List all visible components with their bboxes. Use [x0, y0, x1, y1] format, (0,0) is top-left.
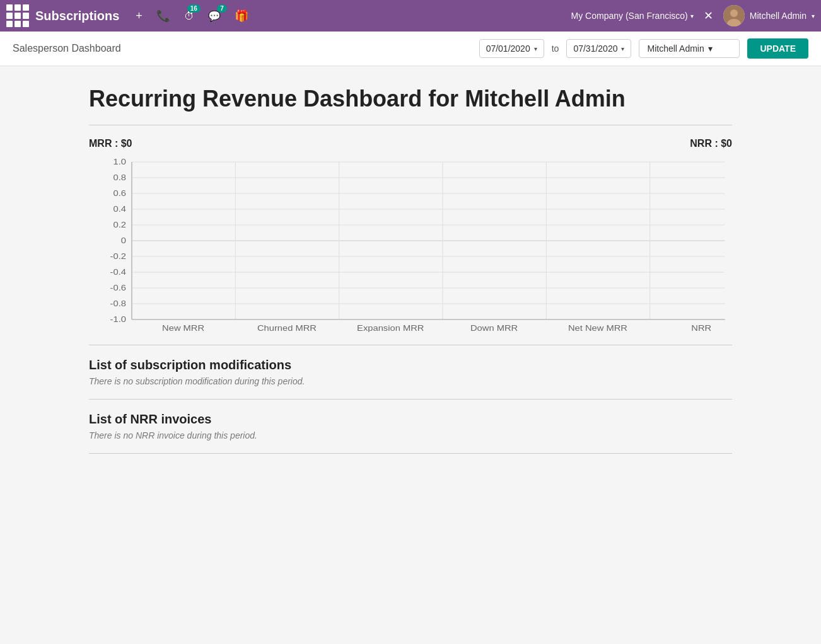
top-navigation: Subscriptions + 📞 ⏱ 16 💬 7 🎁 My Company …: [0, 0, 821, 32]
svg-text:1.0: 1.0: [113, 157, 126, 166]
add-button[interactable]: +: [132, 7, 146, 25]
date-from-picker[interactable]: 07/01/2020 ▾: [479, 39, 544, 58]
activity-icon[interactable]: ⏱ 16: [180, 7, 198, 25]
svg-text:Churned MRR: Churned MRR: [257, 323, 317, 332]
company-name: My Company (San Francisco): [571, 11, 688, 21]
main-content: Recurring Revenue Dashboard for Mitchell…: [64, 66, 757, 485]
date-separator: to: [552, 43, 559, 54]
date-from-arrow: ▾: [534, 45, 537, 52]
subscription-modifications-title: List of subscription modifications: [89, 358, 732, 372]
phone-symbol: 📞: [156, 9, 170, 22]
svg-text:New MRR: New MRR: [162, 323, 204, 332]
chart-svg: 1.0 0.8 0.6 0.4 0.2 0 -0.2 -0.4 -0.6 -0.…: [89, 156, 732, 332]
phone-icon[interactable]: 📞: [153, 6, 174, 25]
company-selector[interactable]: My Company (San Francisco) ▾: [571, 11, 694, 21]
user-name: Mitchell Admin: [750, 11, 806, 21]
date-to-value: 07/31/2020: [573, 43, 617, 54]
user-menu[interactable]: Mitchell Admin ▾: [723, 5, 815, 26]
divider-1: [89, 125, 732, 125]
svg-text:-0.8: -0.8: [110, 299, 127, 308]
nrr-invoices-title: List of NRR invoices: [89, 412, 732, 427]
chat-icon[interactable]: 💬 7: [204, 7, 224, 25]
date-to-arrow: ▾: [621, 45, 624, 52]
salesperson-value: Mitchell Admin: [647, 43, 704, 54]
svg-text:Expansion MRR: Expansion MRR: [357, 323, 424, 332]
subheader: Salesperson Dashboard 07/01/2020 ▾ to 07…: [0, 32, 821, 66]
chat-badge: 7: [217, 4, 227, 13]
date-to-picker[interactable]: 07/31/2020 ▾: [566, 39, 631, 58]
svg-text:Down MRR: Down MRR: [470, 323, 518, 332]
svg-text:NRR: NRR: [691, 323, 711, 332]
user-dropdown-arrow: ▾: [812, 13, 815, 20]
close-button[interactable]: ✕: [700, 6, 717, 25]
page-title: Salesperson Dashboard: [13, 43, 472, 54]
divider-4: [89, 453, 732, 454]
svg-text:-0.6: -0.6: [110, 283, 127, 292]
svg-text:0: 0: [121, 236, 126, 245]
svg-text:Net New MRR: Net New MRR: [568, 323, 627, 332]
svg-text:0.6: 0.6: [113, 188, 126, 198]
subscription-modifications-empty: There is no subscription modification du…: [89, 376, 732, 386]
salesperson-selector[interactable]: Mitchell Admin ▾: [639, 39, 740, 58]
nrr-label: NRR : $0: [690, 138, 732, 149]
revenue-chart: 1.0 0.8 0.6 0.4 0.2 0 -0.2 -0.4 -0.6 -0.…: [89, 156, 732, 332]
app-title: Subscriptions: [35, 9, 119, 23]
activity-badge: 16: [187, 4, 201, 13]
svg-text:0.8: 0.8: [113, 173, 126, 182]
svg-text:-1.0: -1.0: [110, 314, 127, 324]
dashboard-heading: Recurring Revenue Dashboard for Mitchell…: [89, 85, 732, 112]
nrr-invoices-section: List of NRR invoices There is no NRR inv…: [89, 412, 732, 440]
apps-menu-icon[interactable]: [6, 4, 29, 27]
svg-text:-0.4: -0.4: [110, 267, 127, 277]
avatar: [723, 5, 745, 26]
svg-point-1: [730, 9, 738, 17]
salesperson-arrow: ▾: [708, 43, 713, 54]
gift-icon[interactable]: 🎁: [231, 6, 252, 25]
subscription-modifications-section: List of subscription modifications There…: [89, 358, 732, 386]
divider-2: [89, 345, 732, 345]
update-button[interactable]: UPDATE: [747, 38, 808, 59]
nrr-invoices-empty: There is no NRR invoice during this peri…: [89, 430, 732, 440]
svg-text:0.2: 0.2: [113, 220, 126, 229]
divider-3: [89, 399, 732, 400]
svg-text:0.4: 0.4: [113, 204, 126, 214]
company-dropdown-arrow: ▾: [690, 13, 694, 20]
mrr-label: MRR : $0: [89, 138, 132, 149]
chart-header: MRR : $0 NRR : $0: [89, 138, 732, 149]
date-from-value: 07/01/2020: [486, 43, 530, 54]
svg-text:-0.2: -0.2: [110, 251, 127, 261]
